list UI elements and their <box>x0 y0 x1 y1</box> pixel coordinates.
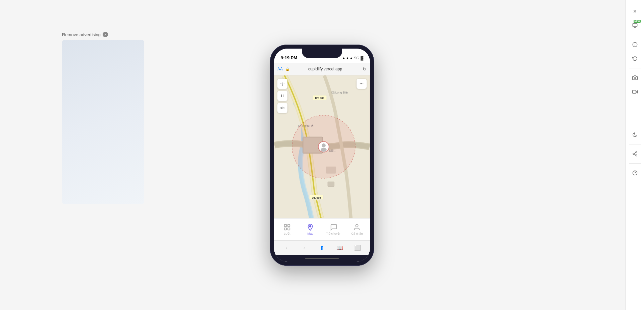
svg-point-43 <box>636 155 637 156</box>
phone-wrapper: 9:19 PM ▲▲▲ 5G ▓ AA 🔒 cupidiify.vercel.a… <box>270 45 374 266</box>
nav-label-profile: Cá nhân <box>351 232 363 235</box>
svg-point-17 <box>282 83 283 84</box>
svg-point-24 <box>361 83 362 84</box>
svg-rect-27 <box>288 225 290 227</box>
divider-1 <box>629 35 641 35</box>
svg-marker-39 <box>636 91 637 93</box>
svg-point-23 <box>360 83 361 84</box>
location-button[interactable] <box>277 79 287 89</box>
svg-rect-19 <box>283 95 283 97</box>
svg-rect-18 <box>281 95 282 97</box>
divider-4 <box>629 163 641 164</box>
moon-icon[interactable] <box>629 129 641 141</box>
svg-rect-28 <box>284 228 286 230</box>
nav-label-luot: Lướt <box>284 232 290 235</box>
ad-panel: Remove advertising × <box>62 32 144 204</box>
svg-point-25 <box>363 83 363 84</box>
nav-icon-profile <box>353 223 361 231</box>
svg-text:Xã Long Điề: Xã Long Điề <box>331 91 347 94</box>
notch <box>302 49 342 58</box>
nav-item-map[interactable]: Map <box>302 223 319 235</box>
new-screen-icon[interactable]: NEW <box>629 19 641 32</box>
right-sidebar: NEW <box>625 0 644 310</box>
bookmarks-button[interactable]: 📖 <box>335 243 344 252</box>
svg-point-41 <box>636 151 637 153</box>
svg-rect-5 <box>328 182 334 187</box>
svg-point-38 <box>634 77 636 79</box>
svg-line-44 <box>634 154 636 155</box>
nav-icon-map <box>306 223 314 231</box>
nav-label-map: Map <box>307 232 313 235</box>
svg-rect-26 <box>284 225 286 227</box>
pause-button[interactable] <box>277 91 287 101</box>
signal-icon: ▲▲▲ <box>342 56 353 60</box>
bottom-nav: Lướt Map <box>274 218 370 240</box>
nav-icon-luot <box>283 223 291 231</box>
svg-rect-34 <box>633 23 637 26</box>
nav-item-luot[interactable]: Lướt <box>279 223 296 235</box>
new-badge: NEW <box>634 20 640 23</box>
nav-icon-chat <box>330 223 338 231</box>
svg-point-42 <box>633 153 634 154</box>
help-icon[interactable] <box>629 167 641 179</box>
ad-remove-text: Remove advertising <box>62 32 101 37</box>
divider-2 <box>629 68 641 68</box>
share-button[interactable]: ⬆ <box>317 243 327 252</box>
ad-remove-label: Remove advertising × <box>62 32 144 37</box>
status-icons: ▲▲▲ 5G ▓ <box>342 56 363 60</box>
nav-item-profile[interactable]: Cá nhân <box>348 223 365 235</box>
phone-screen: 9:19 PM ▲▲▲ 5G ▓ AA 🔒 cupidiify.vercel.a… <box>274 49 370 262</box>
share-icon[interactable] <box>629 148 641 160</box>
svg-point-31 <box>356 225 358 227</box>
back-button[interactable]: ‹ <box>282 243 291 252</box>
ad-remove-button[interactable]: × <box>103 32 108 37</box>
map-svg: ĐT. 980 ĐT. 980 Xã Long Điề Xã Điện Hải … <box>274 75 370 218</box>
home-indicator <box>274 255 370 262</box>
status-bar: 9:19 PM ▲▲▲ 5G ▓ <box>274 49 370 63</box>
refresh-icon[interactable] <box>629 53 641 65</box>
map-area[interactable]: ĐT. 980 ĐT. 980 Xã Long Điề Xã Điện Hải … <box>274 75 370 218</box>
browser-aa[interactable]: AA <box>277 67 283 71</box>
map-more-button[interactable] <box>357 79 367 89</box>
svg-point-16 <box>321 147 327 151</box>
svg-marker-20 <box>281 107 282 109</box>
video-icon[interactable] <box>629 86 641 98</box>
tabs-button[interactable]: ⬜ <box>353 243 362 252</box>
camera-icon[interactable] <box>629 72 641 84</box>
svg-text:ĐT. 980: ĐT. 980 <box>315 97 324 100</box>
refresh-button[interactable]: ↻ <box>363 66 367 72</box>
status-time: 9:19 PM <box>281 55 297 60</box>
browser-url[interactable]: cupidiify.vercel.app <box>290 67 360 71</box>
svg-line-45 <box>634 152 636 153</box>
ad-box <box>62 40 144 204</box>
mute-button[interactable] <box>277 103 287 113</box>
forward-button[interactable]: › <box>300 243 309 252</box>
close-icon[interactable] <box>629 5 641 17</box>
svg-point-30 <box>310 226 311 227</box>
network-type: 5G <box>354 56 359 60</box>
nav-label-chat: Trò chuyện <box>326 232 341 235</box>
lock-icon: 🔒 <box>285 67 289 71</box>
phone-device: 9:19 PM ▲▲▲ 5G ▓ AA 🔒 cupidiify.vercel.a… <box>270 45 374 266</box>
svg-text:ĐT. 980: ĐT. 980 <box>312 196 321 199</box>
svg-rect-29 <box>288 228 290 230</box>
svg-point-15 <box>322 143 326 147</box>
battery-icon: ▓ <box>361 56 363 60</box>
divider-3 <box>629 144 641 144</box>
info-icon[interactable] <box>629 39 641 51</box>
nav-item-chat[interactable]: Trò chuyện <box>325 223 342 235</box>
browser-bar: AA 🔒 cupidiify.vercel.app ↻ <box>274 63 370 75</box>
map-controls <box>277 79 287 113</box>
home-bar <box>305 258 339 259</box>
svg-rect-40 <box>632 90 636 93</box>
browser-bottom-bar: ‹ › ⬆ 📖 ⬜ <box>274 240 370 255</box>
